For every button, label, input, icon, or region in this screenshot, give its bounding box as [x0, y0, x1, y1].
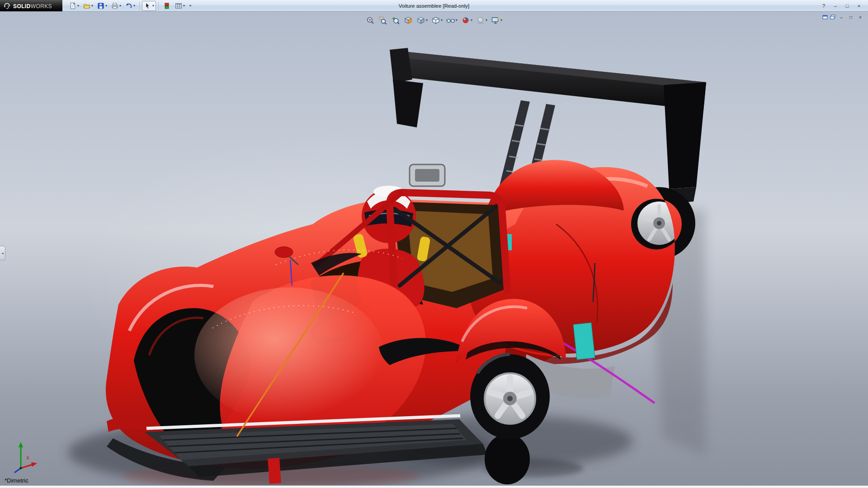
- apply-scene-icon: [476, 16, 485, 25]
- view-orientation-label: *Dimetric: [5, 477, 28, 484]
- panel-collapse-tab[interactable]: ◂: [0, 246, 5, 260]
- doc-close-button[interactable]: ×: [856, 14, 864, 21]
- dropdown-caret[interactable]: ▾: [152, 4, 154, 8]
- brand-bold: SOLID: [13, 3, 31, 9]
- toolbar-overflow-caret[interactable]: ▾: [189, 4, 191, 8]
- window-controls: ? – □ ×: [818, 2, 868, 10]
- minimize-button[interactable]: –: [830, 2, 841, 10]
- main-toolbar: ▾ ▾ ▾: [67, 0, 191, 11]
- dassault-logo-icon: [4, 2, 11, 9]
- orientation-triad: X: [5, 439, 39, 475]
- triad-x-label: X: [26, 455, 30, 460]
- document-window-icon[interactable]: [822, 14, 828, 20]
- dropdown-caret[interactable]: ▾: [500, 19, 502, 22]
- print-button[interactable]: ▾: [109, 1, 123, 11]
- new-button[interactable]: ▾: [67, 1, 81, 11]
- dropdown-caret[interactable]: ▾: [183, 4, 185, 8]
- triad-x-arrow: [31, 462, 37, 467]
- color-display-mode-icon: [163, 2, 171, 10]
- toolbar-separator: [139, 2, 140, 10]
- view-settings-icon: [491, 16, 500, 25]
- zoom-to-area-icon: [378, 16, 387, 25]
- zoom-to-fit-button[interactable]: [364, 15, 376, 26]
- triad-y-arrow: [19, 442, 23, 447]
- display-style-button[interactable]: ▾: [430, 15, 444, 26]
- zoom-to-fit-icon: [366, 16, 375, 25]
- undo-icon: [125, 2, 133, 10]
- select-button[interactable]: ▾: [142, 1, 156, 11]
- zoom-to-area-button[interactable]: [377, 15, 389, 26]
- collapse-arrow-icon: ◂: [1, 251, 3, 255]
- doc-restore-button[interactable]: □: [847, 14, 855, 21]
- previous-view-icon: [391, 16, 400, 25]
- hide-show-items-button[interactable]: ▾: [445, 15, 459, 26]
- solidworks-window: SOLIDWORKS ▾ ▾: [0, 0, 868, 488]
- color-display-mode-button[interactable]: [161, 1, 173, 11]
- open-button[interactable]: ▾: [81, 1, 95, 11]
- document-title: Voiture assemblee [Read-only]: [399, 0, 470, 12]
- dropdown-caret[interactable]: ▾: [77, 4, 79, 8]
- open-folder-icon: [83, 2, 91, 10]
- close-button[interactable]: ×: [854, 2, 864, 10]
- document-window-controls: – □ ×: [822, 14, 864, 21]
- car-model-3d[interactable]: [0, 12, 868, 485]
- title-bar: SOLIDWORKS ▾ ▾: [0, 0, 868, 12]
- design-table-button[interactable]: ▾: [173, 1, 187, 11]
- select-cursor-icon: [144, 2, 152, 10]
- view-orientation-button[interactable]: ▾: [415, 15, 429, 26]
- section-view-button[interactable]: [402, 15, 414, 26]
- solidworks-logo: SOLIDWORKS: [0, 0, 62, 11]
- dropdown-caret[interactable]: ▾: [486, 19, 487, 22]
- dropdown-caret[interactable]: ▾: [91, 4, 93, 8]
- cascade-windows-icon[interactable]: [830, 14, 836, 20]
- toolbar-separator: [158, 2, 159, 10]
- new-document-icon: [69, 2, 77, 10]
- dropdown-caret[interactable]: ▾: [119, 4, 121, 8]
- dropdown-caret[interactable]: ▾: [133, 4, 135, 8]
- doc-minimize-button[interactable]: –: [837, 14, 845, 21]
- apply-scene-button[interactable]: ▾: [475, 15, 489, 26]
- maximize-button[interactable]: □: [842, 2, 853, 10]
- dropdown-caret[interactable]: ▾: [426, 19, 428, 22]
- save-button[interactable]: ▾: [95, 1, 109, 11]
- dropdown-caret[interactable]: ▾: [471, 19, 472, 22]
- display-style-icon: [431, 16, 440, 25]
- previous-view-button[interactable]: [390, 15, 401, 26]
- graphics-viewport[interactable]: ▾ ▾ ▾: [0, 12, 868, 485]
- undo-button[interactable]: ▾: [123, 1, 137, 11]
- view-orientation-icon: [416, 16, 425, 25]
- headsup-toolbar: ▾ ▾ ▾: [363, 14, 505, 27]
- section-view-icon: [404, 16, 413, 25]
- design-table-icon: [175, 2, 183, 10]
- dropdown-caret[interactable]: ▾: [456, 19, 458, 22]
- edit-appearance-icon: [461, 16, 470, 25]
- print-icon: [111, 2, 119, 10]
- dropdown-caret[interactable]: ▾: [105, 4, 107, 8]
- brand-light: WORKS: [31, 3, 52, 9]
- hide-show-items-icon: [446, 16, 455, 25]
- save-floppy-icon: [97, 2, 105, 10]
- triad-z-axis: [14, 468, 21, 473]
- edit-appearance-button[interactable]: ▾: [460, 15, 474, 26]
- help-button[interactable]: ?: [818, 2, 829, 10]
- dropdown-caret[interactable]: ▾: [441, 19, 443, 22]
- status-bar: [0, 485, 868, 488]
- view-settings-button[interactable]: ▾: [490, 15, 504, 26]
